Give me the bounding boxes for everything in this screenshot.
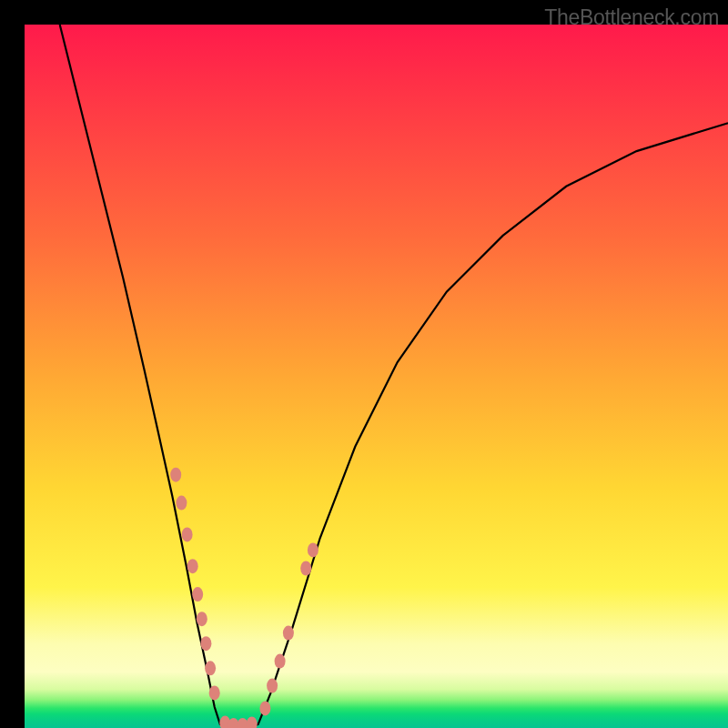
data-marker [187, 559, 198, 573]
data-marker [259, 701, 270, 715]
data-marker [267, 679, 278, 693]
data-marker [170, 468, 181, 482]
data-marker [283, 626, 294, 641]
data-marker [300, 561, 311, 576]
bottleneck-curve [60, 25, 728, 727]
plot-area [25, 25, 728, 728]
watermark-label: TheBottleneck.com [544, 5, 719, 30]
data-marker [182, 527, 193, 541]
data-marker [205, 661, 216, 675]
data-marker [275, 654, 286, 669]
data-marker [176, 496, 187, 511]
chart-frame: TheBottleneck.com [0, 0, 728, 728]
data-marker [197, 612, 207, 626]
data-marker [200, 636, 211, 651]
data-marker [247, 716, 258, 728]
curve-svg [25, 25, 728, 728]
data-marker [209, 685, 220, 700]
data-marker [192, 587, 203, 602]
data-marker [308, 542, 318, 557]
